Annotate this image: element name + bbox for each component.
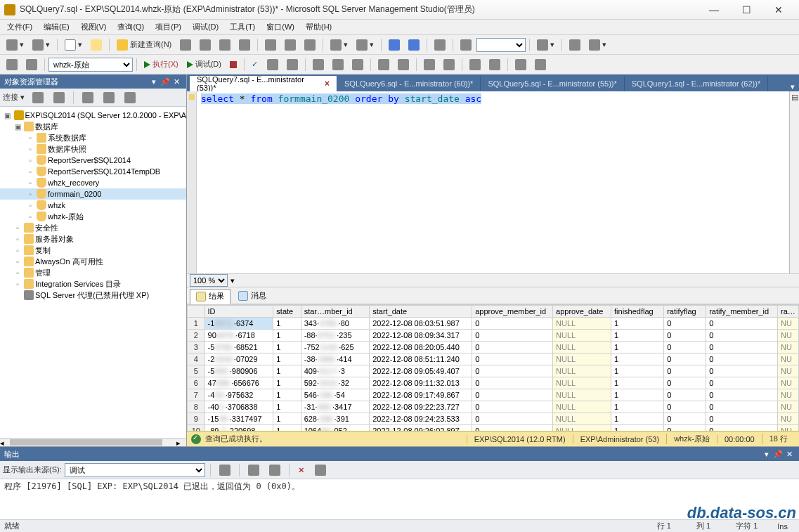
tab-sqlquery6[interactable]: SQLQuery6.sql - E...ministrator (60))* bbox=[337, 76, 481, 91]
grid-cell[interactable]: -459··975632 bbox=[204, 389, 273, 401]
grid-cell[interactable]: 0 bbox=[706, 389, 778, 401]
grid-cell[interactable]: 1 bbox=[273, 425, 301, 432]
grid-cell[interactable]: 1 bbox=[273, 389, 301, 401]
tree-whzk[interactable]: whzk bbox=[48, 201, 65, 209]
sql-text[interactable]: select * from formmain_0200 order by sta… bbox=[197, 91, 486, 273]
oe-hscrollbar[interactable]: ◂▸ bbox=[0, 438, 186, 446]
grid-cell[interactable]: 1 bbox=[273, 318, 301, 330]
tree-databases[interactable]: 数据库 bbox=[35, 122, 58, 132]
outdent-button[interactable] bbox=[486, 57, 504, 72]
grid-cell[interactable]: NU bbox=[778, 377, 799, 389]
save-button[interactable] bbox=[385, 37, 403, 53]
row-header[interactable]: 4 bbox=[188, 353, 205, 365]
tree-alwayson[interactable]: AlwaysOn 高可用性 bbox=[35, 257, 103, 267]
grid-cell[interactable]: 1 bbox=[611, 377, 664, 389]
row-header[interactable]: 5 bbox=[188, 365, 205, 377]
oe-close-button[interactable]: ✕ bbox=[171, 77, 182, 86]
tb2-e[interactable] bbox=[309, 57, 327, 72]
open-button[interactable] bbox=[87, 37, 105, 53]
tree-security[interactable]: 安全性 bbox=[35, 223, 58, 233]
grid-cell[interactable]: NULL bbox=[553, 318, 611, 330]
grid-cell[interactable]: 1 bbox=[611, 318, 664, 330]
grid-column-header[interactable]: approve_date bbox=[553, 306, 611, 318]
grid-cell[interactable]: 1 bbox=[611, 389, 664, 401]
grid-cell[interactable]: 1 bbox=[273, 330, 301, 342]
tb-btn-b[interactable] bbox=[196, 37, 214, 53]
database-combo[interactable]: whzk-原始 bbox=[48, 58, 133, 72]
tb-btn-h[interactable]: ▾ bbox=[585, 37, 610, 53]
grid-cell[interactable]: NU bbox=[778, 425, 799, 432]
grid-cell[interactable]: 1 bbox=[611, 365, 664, 377]
tb2-c[interactable] bbox=[264, 57, 282, 72]
tb2-h[interactable] bbox=[375, 57, 393, 72]
grid-cell[interactable]: 1 bbox=[273, 342, 301, 353]
tb2-d[interactable] bbox=[283, 57, 301, 72]
grid-cell[interactable]: 1 bbox=[273, 353, 301, 365]
row-header[interactable]: 1 bbox=[188, 318, 205, 330]
grid-cell[interactable]: 1 bbox=[611, 425, 664, 432]
row-header[interactable]: 8 bbox=[188, 401, 205, 413]
tb2-l[interactable] bbox=[512, 57, 530, 72]
paste-button[interactable] bbox=[301, 37, 319, 53]
menu-project[interactable]: 项目(P) bbox=[150, 20, 187, 34]
otb-c[interactable] bbox=[266, 462, 284, 478]
grid-cell[interactable]: -54768··68521 bbox=[204, 342, 273, 353]
menu-edit[interactable]: 编辑(E) bbox=[38, 20, 75, 34]
tab-sqlquery7[interactable]: SQLQuery7.sql - E...ministrator (53))*× bbox=[190, 76, 337, 91]
tb2-i[interactable] bbox=[394, 57, 413, 72]
output-dropdown-button[interactable]: ▾ bbox=[761, 450, 772, 459]
grid-cell[interactable]: 0 bbox=[706, 413, 778, 425]
grid-cell[interactable]: 409·6117··3 bbox=[301, 365, 370, 377]
tb2-j[interactable] bbox=[420, 57, 439, 72]
grid-cell[interactable]: NU bbox=[778, 342, 799, 353]
grid-cell[interactable]: 0 bbox=[706, 425, 778, 432]
grid-column-header[interactable]: ratify_member_id bbox=[706, 306, 778, 318]
grid-cell[interactable]: 0 bbox=[472, 401, 553, 413]
menu-window[interactable]: 窗口(W) bbox=[261, 20, 300, 34]
row-header[interactable]: 9 bbox=[188, 413, 205, 425]
object-tree[interactable]: ▣EXP\SQL2014 (SQL Server 12.0.2000 - EXP… bbox=[0, 107, 186, 438]
menu-view[interactable]: 视图(V) bbox=[75, 20, 112, 34]
grid-cell[interactable]: NULL bbox=[553, 365, 611, 377]
undo-button[interactable]: ▾ bbox=[327, 37, 351, 53]
otb-clear[interactable]: × bbox=[294, 462, 308, 478]
tb-btn-c[interactable] bbox=[216, 37, 234, 53]
tree-sysdb[interactable]: 系统数据库 bbox=[48, 133, 86, 143]
grid-cell[interactable]: 0 bbox=[472, 318, 553, 330]
grid-cell[interactable]: 0 bbox=[664, 401, 706, 413]
tb2-f[interactable] bbox=[329, 57, 347, 72]
grid-cell[interactable]: 0 bbox=[472, 330, 553, 342]
table-row[interactable]: 1-19372··63741343·3780··802022-12-08 08:… bbox=[188, 318, 799, 330]
grid-cell[interactable]: 0 bbox=[472, 377, 553, 389]
grid-cell[interactable]: 343·3780··80 bbox=[301, 318, 370, 330]
grid-cell[interactable]: 0 bbox=[472, 413, 553, 425]
oe-tb-a[interactable] bbox=[29, 90, 47, 105]
results-grid[interactable]: IDstatestar…mber_idstart_dateapprove_mem… bbox=[187, 305, 799, 431]
fwd-button[interactable]: ▾ bbox=[29, 37, 53, 53]
oe-dropdown-button[interactable]: ▾ bbox=[148, 77, 160, 86]
tab-sqlquery1[interactable]: SQLQuery1.sql - E...ministrator (62))* bbox=[625, 76, 768, 91]
grid-cell[interactable]: -7521143··625 bbox=[301, 342, 370, 353]
grid-cell[interactable]: NU bbox=[778, 365, 799, 377]
output-pin-button[interactable]: 📌 bbox=[772, 450, 784, 459]
grid-cell[interactable]: 2022-12-08 09:11:32.013 bbox=[370, 377, 472, 389]
grid-cell[interactable]: 2022-12-08 09:05:49.407 bbox=[370, 365, 472, 377]
tree-serverobj[interactable]: 服务器对象 bbox=[35, 234, 74, 245]
results-grid-wrap[interactable]: IDstatestar…mber_idstart_dateapprove_mem… bbox=[187, 304, 799, 431]
oe-tb-d[interactable] bbox=[100, 90, 118, 105]
grid-cell[interactable]: 0 bbox=[664, 365, 706, 377]
menu-file[interactable]: 文件(F) bbox=[1, 20, 38, 34]
grid-column-header[interactable]: start_date bbox=[370, 306, 472, 318]
tabs-overflow-button[interactable]: ▾ bbox=[786, 82, 799, 91]
table-row[interactable]: 10-89·7··2206981106494··0522022-12-08 09… bbox=[188, 425, 799, 432]
tree-isc[interactable]: Integration Services 目录 bbox=[35, 279, 121, 290]
indent-button[interactable] bbox=[466, 57, 484, 72]
grid-cell[interactable]: 2022-12-08 09:26:02.897 bbox=[370, 425, 472, 432]
oe-pin-button[interactable]: 📌 bbox=[160, 77, 171, 86]
grid-cell[interactable]: -1539··3317497 bbox=[204, 413, 273, 425]
row-header[interactable]: 10 bbox=[188, 425, 205, 432]
output-source-combo[interactable]: 调试 bbox=[65, 463, 205, 477]
tree-rs[interactable]: ReportServer$SQL2014 bbox=[48, 156, 131, 164]
grid-cell[interactable]: 1 bbox=[611, 353, 664, 365]
menu-debug[interactable]: 调试(D) bbox=[187, 20, 224, 34]
